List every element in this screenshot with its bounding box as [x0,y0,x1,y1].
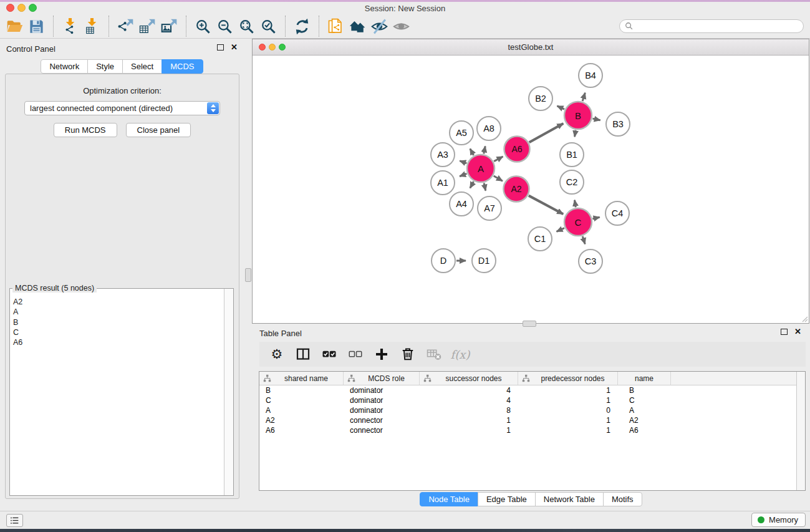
tab-edge-table[interactable]: Edge Table [478,492,536,506]
zoom-fit-button[interactable] [236,16,258,37]
add-button[interactable] [374,346,390,363]
node-A8[interactable]: A8 [477,117,501,140]
list-item[interactable]: A2 [11,297,223,307]
search-input[interactable] [634,21,803,32]
list-item[interactable]: A [11,307,223,317]
run-mcds-button[interactable]: Run MCDS [54,123,117,137]
column-header-successor-nodes[interactable]: successor nodes [420,372,518,385]
network-close-button[interactable] [259,44,266,51]
list-item[interactable]: A6 [11,337,223,347]
table-row[interactable]: Bdominator41B [259,385,805,395]
edge-B-B4[interactable] [582,93,585,101]
table-row[interactable]: A6connector11A6 [259,425,805,435]
edge-A-A3[interactable] [460,161,466,163]
edge-A-A1[interactable] [460,173,466,176]
close-panel-button[interactable]: Close panel [126,123,191,137]
node-C3[interactable]: C3 [579,249,602,273]
close-table-panel-icon[interactable]: ✕ [794,329,801,335]
list-item[interactable]: C [11,327,223,337]
node-A5[interactable]: A5 [450,121,473,145]
network-zoom-button[interactable] [279,44,286,51]
node-B4[interactable]: B4 [579,64,602,87]
list-item[interactable]: B [11,317,223,327]
node-B2[interactable]: B2 [529,87,552,110]
vertical-splitter[interactable] [244,39,252,511]
node-D1[interactable]: D1 [472,249,496,273]
edge-B-B3[interactable] [592,118,600,120]
refresh-button[interactable] [291,16,313,37]
edge-A-A8[interactable] [484,146,485,153]
float-table-panel-icon[interactable] [781,329,788,335]
import-network-button[interactable] [59,16,81,37]
node-A2[interactable]: A2 [504,177,529,202]
node-C2[interactable]: C2 [560,170,584,194]
node-B[interactable]: B [564,102,592,129]
network-minimize-button[interactable] [269,44,276,51]
zoom-window-button[interactable] [29,4,37,12]
zoom-out-button[interactable] [214,16,236,37]
column-header-mcds-role[interactable]: MCDS role [344,372,420,385]
edge-A-A6[interactable] [494,157,503,162]
node-A6[interactable]: A6 [504,137,530,162]
open-session-button[interactable] [4,16,26,37]
table-row[interactable]: Cdominator41C [259,395,805,405]
splitter-handle[interactable] [245,268,251,282]
edge-A-A4[interactable] [470,181,474,188]
node-A3[interactable]: A3 [431,143,455,167]
edge-A-A7[interactable] [484,183,486,190]
delete-button[interactable] [400,346,416,363]
zoom-in-button[interactable] [192,16,214,37]
result-scrollbar[interactable] [224,289,233,495]
edge-B-B1[interactable] [575,130,576,137]
tab-network[interactable]: Network [41,59,88,74]
deselect-all-button[interactable] [347,346,364,363]
fx-button[interactable]: f(x) [452,346,468,363]
destroy-table-button[interactable] [426,346,442,363]
edge-A-A2[interactable] [494,176,503,181]
column-header-name[interactable]: name [618,372,671,385]
table-scrollbar[interactable] [796,372,805,490]
tab-mcds[interactable]: MCDS [162,59,203,74]
tab-network-table[interactable]: Network Table [535,492,604,506]
horizontal-splitter-handle[interactable] [523,321,536,327]
node-A4[interactable]: A4 [450,192,473,216]
search-box[interactable] [619,19,804,33]
import-table-button[interactable] [81,16,103,37]
tab-node-table[interactable]: Node Table [420,492,478,506]
table-row[interactable]: A2connector11A2 [259,415,805,425]
edge-A6-B[interactable] [529,123,564,142]
select-all-button[interactable] [321,346,337,363]
edge-A-A5[interactable] [470,148,474,155]
export-image-button[interactable] [158,16,180,37]
node-B3[interactable]: B3 [606,112,630,136]
edge-B-B2[interactable] [557,106,564,109]
criterion-select[interactable]: largest connected component (directed) [24,101,220,115]
close-window-button[interactable] [6,4,14,12]
node-D[interactable]: D [432,249,455,273]
hide-selected-button[interactable] [369,16,390,37]
edge-C-C4[interactable] [592,217,599,219]
tab-motifs[interactable]: Motifs [603,492,642,506]
node-A[interactable]: A [467,155,494,182]
zoom-selected-button[interactable] [258,16,279,37]
tab-style[interactable]: Style [87,59,123,74]
task-history-button[interactable] [6,514,23,527]
network-canvas[interactable]: AA1A2A3A4A5A6A7A8BB1B2B3B4CC1C2C3C4DD1 [253,56,809,323]
column-header-predecessor-nodes[interactable]: predecessor nodes [518,372,618,385]
edge-C-C3[interactable] [582,236,585,244]
minimize-window-button[interactable] [17,4,26,12]
edge-C-C2[interactable] [574,200,576,208]
edge-A2-C[interactable] [529,196,563,215]
close-panel-icon[interactable]: ✕ [231,44,238,51]
node-C4[interactable]: C4 [605,201,629,225]
gear-button[interactable]: ⚙ [269,346,285,363]
save-session-button[interactable] [26,16,47,37]
node-A1[interactable]: A1 [431,171,455,195]
node-A7[interactable]: A7 [478,196,501,220]
columns-button[interactable] [295,346,311,363]
float-panel-icon[interactable] [217,44,224,51]
copy-network-button[interactable] [325,16,347,37]
edge-C-C1[interactable] [557,228,565,232]
node-C1[interactable]: C1 [528,227,552,251]
export-table-button[interactable] [137,16,158,37]
